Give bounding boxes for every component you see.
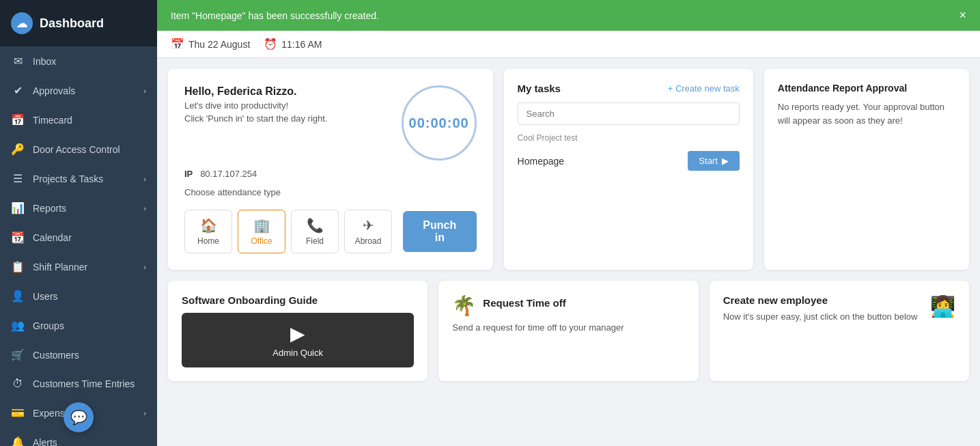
greeting-section: Hello, Federica Rizzo. Let's dive into p… [184, 85, 327, 124]
attendance-home[interactable]: 🏠 Home [184, 210, 232, 253]
project-label: Cool Project test [518, 133, 740, 143]
timer-display: 00:00:00 [402, 85, 477, 161]
datetime-bar: 📅 Thu 22 August ⏰ 11:16 AM [157, 31, 980, 58]
employee-illustration: 👩‍💻 [930, 294, 955, 318]
sidebar-item-shift-planner[interactable]: 📋 Shift Planner › [0, 252, 157, 281]
main-area: Item "Homepage" has been successfully cr… [157, 0, 980, 446]
sidebar-item-groups[interactable]: 👥 Groups [0, 311, 157, 340]
banner-message: Item "Homepage" has been successfully cr… [171, 10, 379, 21]
video-thumbnail[interactable]: ▶ Admin Quick [182, 313, 414, 367]
sidebar: ☁ Dashboard ✉ Inbox ✔ Approvals › 📅 Time… [0, 0, 157, 446]
new-employee-card: Create new employee Now it's super easy,… [710, 281, 969, 381]
sidebar-item-customers[interactable]: 🛒 Customers [0, 340, 157, 370]
sidebar-item-label: Shift Planner [33, 262, 87, 273]
sidebar-item-calendar[interactable]: 📆 Calendar [0, 223, 157, 252]
task-row: Homepage Start ▶ [518, 147, 740, 175]
sidebar-item-inbox[interactable]: ✉ Inbox [0, 46, 157, 76]
calendar-icon: 📅 [171, 38, 184, 51]
field-icon: 📞 [307, 217, 324, 234]
punch-in-card: Hello, Federica Rizzo. Let's dive into p… [168, 69, 493, 270]
date-section: 📅 Thu 22 August [171, 38, 250, 51]
search-input[interactable] [518, 102, 740, 125]
create-task-link[interactable]: + Create new task [668, 83, 740, 94]
tasks-card: My tasks + Create new task Cool Project … [504, 69, 753, 270]
chevron-down-icon: › [143, 263, 146, 271]
sidebar-item-label: Calendar [33, 232, 72, 243]
attendance-abroad[interactable]: ✈ Abroad [344, 210, 392, 253]
abroad-icon: ✈ [363, 217, 374, 234]
abroad-label: Abroad [355, 236, 382, 246]
start-btn-label: Start [699, 156, 717, 166]
content-area: Hello, Federica Rizzo. Let's dive into p… [157, 58, 980, 446]
sidebar-item-label: Projects & Tasks [33, 173, 103, 184]
sidebar-item-projects[interactable]: ☰ Projects & Tasks › [0, 164, 157, 193]
success-banner: Item "Homepage" has been successfully cr… [157, 0, 980, 31]
sidebar-item-label: Timecard [33, 115, 72, 126]
attendance-label: Choose attendance type [184, 187, 477, 197]
chevron-down-icon: › [143, 409, 146, 417]
chevron-down-icon: › [143, 204, 146, 212]
field-label: Field [306, 236, 324, 246]
attendance-types: 🏠 Home 🏢 Office 📞 Field ✈ Abroad [184, 210, 477, 253]
time-section: ⏰ 11:16 AM [264, 38, 322, 51]
sidebar-item-label: Groups [33, 320, 64, 331]
sidebar-item-label: Alerts [33, 437, 57, 447]
top-cards-row: Hello, Federica Rizzo. Let's dive into p… [168, 69, 969, 270]
sidebar-item-label: Users [33, 291, 58, 302]
approvals-icon: ✔ [11, 84, 25, 97]
ip-line: IP 80.17.107.254 [184, 169, 477, 179]
punch-subtitle-1: Let's dive into productivity! [184, 100, 327, 111]
start-button[interactable]: Start ▶ [688, 151, 739, 171]
office-label: Office [251, 236, 272, 246]
sidebar-item-door-access[interactable]: 🔑 Door Access Control [0, 135, 157, 164]
new-employee-title: Create new employee [723, 294, 918, 306]
chevron-down-icon: › [143, 175, 146, 183]
attendance-field[interactable]: 📞 Field [291, 210, 339, 253]
home-label: Home [197, 236, 219, 246]
attend-description: No reports ready yet. Your approval butt… [778, 100, 955, 127]
video-label: Admin Quick [272, 348, 323, 358]
chat-button[interactable]: 💬 [64, 402, 94, 432]
punch-in-button[interactable]: Punch in [403, 211, 477, 252]
bottom-cards-row: Software Onboarding Guide ▶ Admin Quick … [168, 281, 969, 381]
logo-icon: ☁ [11, 12, 33, 34]
sidebar-item-customers-time[interactable]: ⏱ Customers Time Entries [0, 370, 157, 398]
palm-tree-icon: 🌴 [452, 294, 476, 317]
projects-icon: ☰ [11, 172, 25, 185]
sidebar-item-users[interactable]: 👤 Users [0, 281, 157, 311]
clock-icon: ⏰ [264, 38, 277, 51]
groups-icon: 👥 [11, 319, 25, 332]
onboarding-card: Software Onboarding Guide ▶ Admin Quick [168, 281, 428, 381]
onboarding-title: Software Onboarding Guide [182, 294, 414, 306]
time-off-card: 🌴 Request Time off Send a request for ti… [438, 281, 698, 381]
sidebar-logo[interactable]: ☁ Dashboard [0, 0, 157, 46]
office-icon: 🏢 [253, 217, 270, 234]
task-name: Homepage [518, 156, 565, 167]
ip-value: 80.17.107.254 [200, 169, 257, 179]
time-off-header: 🌴 Request Time off [452, 294, 684, 317]
sidebar-item-reports[interactable]: 📊 Reports › [0, 193, 157, 223]
close-icon[interactable]: × [959, 8, 966, 23]
play-icon: ▶ [290, 322, 305, 345]
time-off-title: Request Time off [483, 297, 565, 309]
tasks-header: My tasks + Create new task [518, 83, 740, 94]
sidebar-item-label: Inbox [33, 56, 56, 67]
sidebar-item-label: Reports [33, 203, 66, 214]
time-off-description: Send a request for time off to your mana… [452, 322, 684, 333]
new-employee-description: Now it's super easy, just click on the b… [723, 311, 918, 322]
time-text: 11:16 AM [281, 39, 322, 50]
expenses-icon: 💳 [11, 406, 25, 419]
reports-icon: 📊 [11, 201, 25, 214]
sidebar-logo-text: Dashboard [40, 16, 104, 31]
sidebar-item-approvals[interactable]: ✔ Approvals › [0, 76, 157, 105]
punch-card-top: Hello, Federica Rizzo. Let's dive into p… [184, 85, 477, 161]
tasks-title: My tasks [518, 83, 561, 94]
customers-icon: 🛒 [11, 348, 25, 361]
sidebar-item-label: Customers Time Entries [33, 378, 135, 389]
attend-title: Attendance Report Approval [778, 83, 955, 94]
inbox-icon: ✉ [11, 55, 25, 68]
timecard-icon: 📅 [11, 113, 25, 126]
attendance-office[interactable]: 🏢 Office [238, 210, 285, 253]
sidebar-item-timecard[interactable]: 📅 Timecard [0, 105, 157, 135]
ip-label: IP [184, 169, 193, 179]
